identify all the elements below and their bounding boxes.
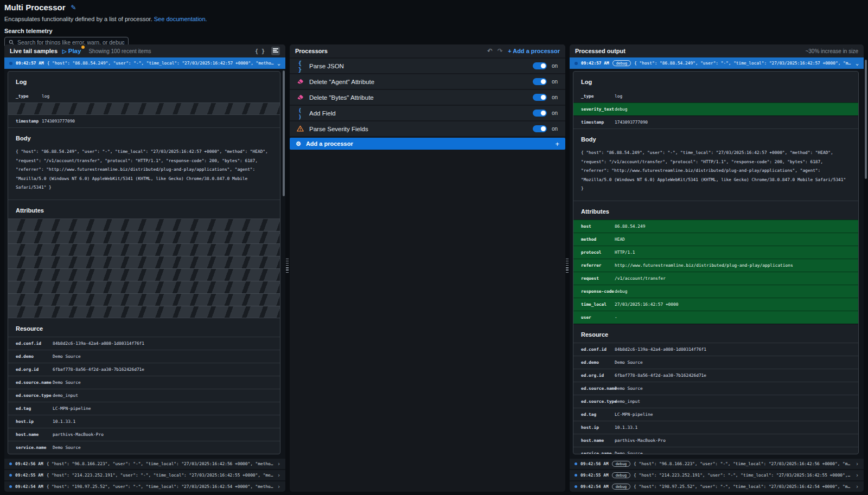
log-line[interactable]: 09:42:54 AM { "host": "198.97.25.52", "u… (4, 481, 285, 492)
resource-row: ed.demo Demo Source (8, 350, 280, 363)
log-time: 09:42:55 AM (580, 473, 609, 478)
page-subtitle: Encapsulates functionality defined by a … (4, 16, 207, 22)
toggle-add-field[interactable] (533, 110, 547, 117)
resource-row: ed.source.type demo_input (8, 389, 280, 402)
resource-row: host.ip 10.1.33.1 (573, 421, 858, 434)
chevron-down-icon[interactable]: ⌄ (277, 60, 280, 66)
processed-output-title: Processed output (575, 48, 626, 54)
severity-text-row-added: severity_text debug (573, 102, 858, 115)
see-documentation-link[interactable]: See documentation. (154, 16, 207, 22)
attribute-row: response-code debug (573, 285, 858, 298)
selected-log-line[interactable]: 09:42:57 AM { "host": "86.88.54.249", "u… (4, 57, 285, 69)
resource-row: ed.source.name Demo Source (8, 376, 280, 389)
attribute-value: 27/03/2025:16:42:57 +0000 (615, 302, 851, 307)
diff-placeholder-row (8, 102, 280, 115)
braces-icon: { } (296, 60, 304, 73)
page-scrollbar[interactable] (865, 60, 867, 179)
toggle-parse-json[interactable] (533, 62, 547, 69)
resource-key: host.ip (581, 425, 615, 430)
log-time: 09:42:57 AM (581, 61, 609, 66)
chevron-down-icon[interactable]: ⌄ (856, 60, 859, 66)
panel-resize-grip-left[interactable] (286, 259, 289, 273)
resource-value: demo_input (615, 399, 851, 404)
search-telemetry-label: Search telemetry (4, 28, 207, 34)
log-line[interactable]: 09:42:55 AM debug { "host": "214.223.252… (570, 470, 864, 480)
resource-row: host.name parthivs-MacBook-Pro (8, 428, 280, 441)
page-header: Multi Processor ✎ Encapsulates functiona… (4, 3, 207, 48)
resource-value: LC-MPN-pipeline (615, 412, 851, 417)
processor-row-delete-agent[interactable]: Delete "Agent" Attribute on (290, 74, 565, 89)
undo-icon[interactable]: ↶ (487, 47, 493, 55)
processor-row-parse-severity[interactable]: Parse Severity Fields on (290, 121, 565, 136)
resource-value: Demo Source (53, 445, 272, 450)
add-processor-link[interactable]: + Add a processor (508, 48, 560, 54)
live-tail-collapsed-lines: 09:42:56 AM { "host": "96.8.166.223", "u… (4, 457, 285, 492)
selected-processed-line[interactable]: 09:42:57 AM debug { "host": "86.88.54.24… (570, 57, 864, 69)
log-line[interactable]: 09:42:56 AM debug { "host": "96.8.166.22… (570, 459, 864, 469)
toggle-delete-agent[interactable] (533, 78, 547, 85)
edit-pencil-icon[interactable]: ✎ (71, 4, 76, 11)
attributes-section-heading: Attributes (8, 200, 280, 218)
attribute-key: method (581, 237, 615, 242)
resource-value: Demo Source (615, 360, 851, 365)
attribute-row: time_local 27/03/2025:16:42:57 +0000 (573, 298, 858, 311)
log-time: 09:42:54 AM (580, 484, 609, 489)
processed-output-panel: Processed output ~30% increase in size 0… (570, 44, 864, 492)
resource-value: Demo Source (615, 386, 851, 391)
attribute-value: HTTP/1.1 (615, 250, 851, 255)
add-processor-row[interactable]: ⚙ Add a processor + (290, 138, 565, 150)
live-tail-detail-area: Log _type log timestamp 1743093777090 Bo… (4, 69, 285, 457)
resource-value: Demo Source (53, 354, 272, 359)
severity-badge: debug (612, 484, 630, 490)
redo-icon[interactable]: ↷ (497, 47, 503, 55)
attribute-value: 86.88.54.249 (615, 224, 851, 229)
processor-row-add-field[interactable]: ( ) Add Field on (290, 106, 565, 120)
resource-row: ed.source.name Demo Source (573, 382, 858, 395)
resource-key: host.name (581, 438, 615, 443)
detail-scrollbar[interactable] (283, 70, 285, 196)
processors-title: Processors (295, 48, 328, 54)
live-tail-panel: Live tail samples ▷Play Showing 100 rece… (4, 44, 285, 492)
parens-icon: ( ) (296, 107, 304, 120)
attribute-row: request /v1/account/transfer (573, 272, 858, 285)
chevron-right-icon[interactable]: › (856, 472, 859, 478)
chevron-right-icon[interactable]: › (856, 484, 859, 490)
list-view-toggle[interactable] (271, 47, 280, 56)
log-section-heading: Log (573, 72, 858, 90)
toggle-delete-bytes[interactable] (533, 94, 547, 101)
resource-key: ed.conf.id (581, 347, 615, 352)
chevron-right-icon[interactable]: › (856, 461, 859, 467)
log-line[interactable]: 09:42:54 AM debug { "host": "198.97.25.5… (570, 481, 864, 492)
log-line[interactable]: 09:42:55 AM { "host": "214.223.252.191",… (4, 470, 285, 480)
panel-resize-grip-right[interactable] (566, 259, 569, 273)
severity-badge: debug (612, 472, 630, 478)
live-tail-header: Live tail samples ▷Play Showing 100 rece… (4, 44, 285, 57)
log-dot-icon (9, 485, 12, 488)
resource-key: ed.org.id (581, 373, 615, 378)
live-tail-status: Showing 100 recent items (88, 48, 151, 54)
resource-key: ed.source.type (16, 393, 53, 398)
chevron-right-icon[interactable]: › (277, 461, 280, 467)
attribute-key: host (581, 224, 615, 229)
resource-value: LC-MPN-pipeline (53, 406, 272, 411)
processors-panel: Processors ↶ ↷ + Add a processor { } Par… (290, 44, 565, 492)
processor-row-delete-bytes[interactable]: Delete "Bytes" Attribute on (290, 90, 565, 105)
play-button[interactable]: ▷Play (62, 48, 84, 54)
attribute-value: debug (615, 289, 851, 294)
body-section-heading: Body (8, 128, 280, 146)
play-icon: ▷ (62, 48, 67, 54)
resource-row: ed.demo Demo Source (573, 356, 858, 369)
resource-key: service.name (16, 445, 53, 450)
log-line[interactable]: 09:42:56 AM { "host": "96.8.166.223", "u… (4, 459, 285, 469)
toggle-parse-severity[interactable] (533, 125, 547, 132)
log-type-row: _type log (8, 90, 280, 102)
resource-row: service.name Demo Source (8, 441, 280, 454)
code-view-toggle[interactable]: { } (253, 47, 266, 55)
chevron-right-icon[interactable]: › (277, 484, 280, 490)
log-dot-icon (575, 462, 577, 465)
log-time: 09:42:55 AM (15, 473, 43, 478)
chevron-right-icon[interactable]: › (277, 472, 280, 478)
processor-row-parse-json[interactable]: { } Parse JSON on (290, 59, 565, 73)
log-raw-text: { "host": "214.223.252.191", "user": "-"… (47, 473, 274, 478)
resource-rows: ed.conf.id 84b8d2c6-139a-42a4-a080-1d803… (8, 337, 280, 455)
